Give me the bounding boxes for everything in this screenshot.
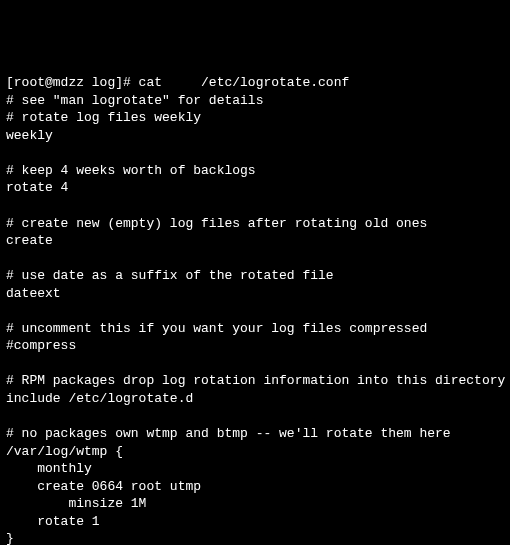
terminal-output[interactable]: [root@mdzz log]# cat /etc/logrotate.conf… [6,74,504,545]
shell-prompt: [root@mdzz log]# cat /etc/logrotate.conf [6,75,349,90]
file-content: # see "man logrotate" for details # rota… [6,93,505,545]
